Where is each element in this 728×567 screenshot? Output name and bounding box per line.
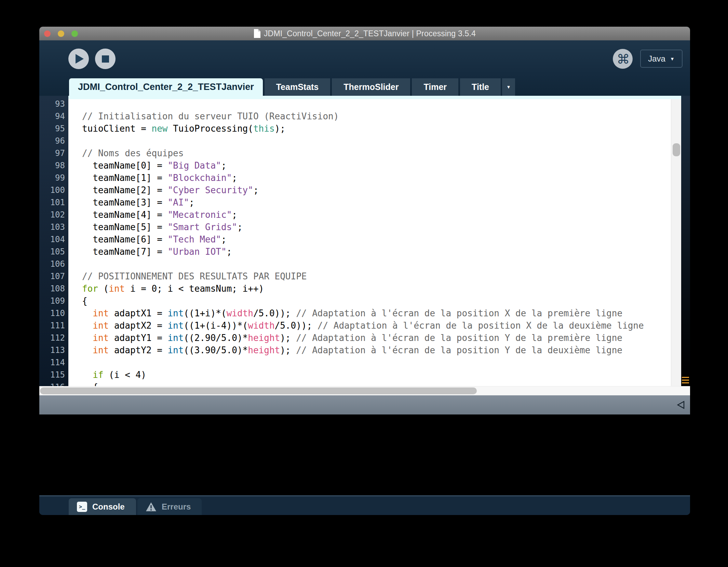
erreurs-tab-label: Erreurs <box>162 502 191 512</box>
line-number: 114 <box>39 356 68 369</box>
line-number-gutter: 9394959697989910010110210310410510610710… <box>39 96 68 386</box>
debug-butterfly-icon: ⌘ <box>616 52 629 65</box>
code-line[interactable]: teamName[1] = "Blockchain"; <box>82 172 671 184</box>
code-line[interactable]: // POSITIONNEMENT DES RESULTATS PAR EQUI… <box>82 270 671 282</box>
code-line[interactable]: int adaptY2 = int((3.90/5.0)*height); //… <box>82 344 671 356</box>
horizontal-scrollbar-thumb[interactable] <box>40 387 477 394</box>
line-number: 101 <box>39 196 68 209</box>
tab-TeamStats[interactable]: TeamStats <box>265 78 331 96</box>
code-line[interactable]: teamName[6] = "Tech Med"; <box>82 233 671 246</box>
line-number: 116 <box>39 381 68 386</box>
line-number: 97 <box>39 147 68 159</box>
play-icon <box>76 54 84 64</box>
tab-erreurs[interactable]: Erreurs <box>137 498 202 515</box>
line-number: 104 <box>39 233 68 246</box>
vertical-scrollbar[interactable] <box>671 96 681 386</box>
tab-Timer[interactable]: Timer <box>412 78 458 96</box>
warning-mark[interactable] <box>682 382 689 383</box>
code-line[interactable] <box>82 356 671 369</box>
warning-icon <box>146 502 157 512</box>
line-number: 111 <box>39 319 68 332</box>
code-line[interactable] <box>82 98 671 110</box>
code-line[interactable]: int adaptX1 = int((1+i)*(width/5.0)); //… <box>82 307 671 319</box>
code-line[interactable]: teamName[3] = "AI"; <box>82 196 671 209</box>
warning-mark[interactable] <box>682 380 689 381</box>
tab-JDMI_Control_Center_2_2_TESTJanvier[interactable]: JDMI_Control_Center_2_2_TESTJanvier <box>69 78 263 96</box>
stop-button[interactable] <box>95 49 116 69</box>
collapse-console-button[interactable] <box>676 401 685 409</box>
triangle-left-icon <box>676 401 685 409</box>
line-number: 113 <box>39 344 68 356</box>
line-number: 102 <box>39 209 68 221</box>
code-line[interactable]: teamName[0] = "Big Data"; <box>82 159 671 172</box>
document-icon <box>254 29 260 38</box>
line-number: 112 <box>39 332 68 344</box>
mode-label: Java <box>648 54 665 64</box>
line-number: 98 <box>39 159 68 172</box>
console-tab-bar: >_ Console Erreurs <box>39 495 690 515</box>
code-line[interactable]: teamName[5] = "Smart Grids"; <box>82 221 671 233</box>
editor-tab-bar: JDMI_Control_Center_2_2_TESTJanvierTeamS… <box>39 77 690 96</box>
chevron-down-icon: ▼ <box>670 56 675 62</box>
processing-ide-window: JDMI_Control_Center_2_2_TESTJanvier | Pr… <box>39 27 690 515</box>
active-tab-band <box>68 96 681 99</box>
chevron-down-icon: ▼ <box>507 84 511 90</box>
window-title: JDMI_Control_Center_2_2_TESTJanvier | Pr… <box>264 29 476 38</box>
title-bar[interactable]: JDMI_Control_Center_2_2_TESTJanvier | Pr… <box>39 27 690 40</box>
line-number: 103 <box>39 221 68 233</box>
code-line[interactable]: int adaptY1 = int((2.90/5.0)*height); //… <box>82 332 671 344</box>
code-line[interactable]: // Noms des équipes <box>82 147 671 159</box>
console-tab-label: Console <box>92 502 125 512</box>
tab-Title[interactable]: Title <box>460 78 501 96</box>
line-number: 115 <box>39 369 68 381</box>
zoom-window-button[interactable] <box>71 30 78 37</box>
line-number: 99 <box>39 172 68 184</box>
vertical-scrollbar-thumb[interactable] <box>673 143 680 156</box>
console-output <box>39 414 690 495</box>
line-number: 100 <box>39 184 68 196</box>
code-line[interactable]: if (i < 4) <box>82 369 671 381</box>
code-line[interactable]: int adaptX2 = int((1+(i-4))*(width/5.0))… <box>82 319 671 332</box>
code-line[interactable] <box>82 135 671 147</box>
code-line[interactable] <box>82 258 671 270</box>
tab-console[interactable]: >_ Console <box>69 498 136 515</box>
code-line[interactable]: { <box>82 295 671 307</box>
minimize-window-button[interactable] <box>58 30 64 37</box>
tab-bar-tabs: JDMI_Control_Center_2_2_TESTJanvierTeamS… <box>69 78 501 96</box>
line-number: 94 <box>39 110 68 122</box>
run-button[interactable] <box>68 49 89 69</box>
code-line[interactable]: { <box>82 381 671 386</box>
code-line[interactable]: tuioClient = new TuioProcessing(this); <box>82 122 671 135</box>
line-number: 110 <box>39 307 68 319</box>
warning-mark[interactable] <box>682 377 689 378</box>
code-line[interactable]: // Initialisation du serveur TUIO (React… <box>82 110 671 122</box>
code-line[interactable]: teamName[7] = "Urban IOT"; <box>82 246 671 258</box>
line-number: 106 <box>39 258 68 270</box>
stop-icon <box>102 55 109 63</box>
terminal-icon: >_ <box>77 502 87 512</box>
line-number: 95 <box>39 122 68 135</box>
horizontal-scrollbar[interactable] <box>39 386 690 395</box>
line-number: 109 <box>39 295 68 307</box>
close-window-button[interactable] <box>44 30 51 37</box>
traffic-lights <box>39 30 78 37</box>
toolbar: ⌘ Java ▼ <box>39 40 690 77</box>
tab-ThermoSlider[interactable]: ThermoSlider <box>332 78 410 96</box>
error-marker-strip <box>681 96 690 386</box>
tab-overflow-button[interactable]: ▼ <box>502 78 515 96</box>
line-number: 105 <box>39 246 68 258</box>
line-number: 93 <box>39 98 68 110</box>
desktop: { "window": { "title": "JDMI_Control_Cen… <box>0 0 728 567</box>
code-line[interactable]: teamName[2] = "Cyber Security"; <box>82 184 671 196</box>
code-line[interactable]: for (int i = 0; i < teamsNum; i++) <box>82 282 671 295</box>
code-editor-area[interactable]: // Initialisation du serveur TUIO (React… <box>68 96 671 386</box>
message-bar <box>39 395 690 414</box>
line-number: 107 <box>39 270 68 282</box>
toolbar-chrome: ⌘ Java ▼ JDMI_Control_Center_2_2_TESTJan… <box>39 40 690 96</box>
code-lines: // Initialisation du serveur TUIO (React… <box>82 98 671 386</box>
debug-button[interactable]: ⌘ <box>613 49 633 69</box>
editor: 9394959697989910010110210310410510610710… <box>39 96 690 386</box>
line-number: 96 <box>39 135 68 147</box>
mode-selector-java[interactable]: Java ▼ <box>640 50 683 68</box>
code-line[interactable]: teamName[4] = "Mecatronic"; <box>82 209 671 221</box>
